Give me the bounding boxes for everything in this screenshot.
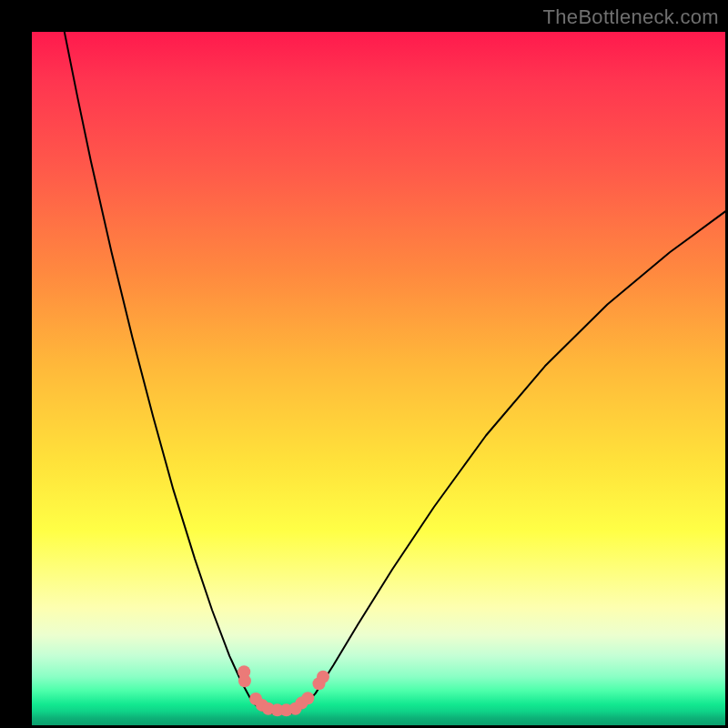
attribution-watermark: TheBottleneck.com bbox=[543, 5, 719, 29]
marker-dot bbox=[238, 674, 251, 687]
marker-dot bbox=[301, 692, 314, 704]
curve-right-branch bbox=[296, 211, 725, 713]
plot-area bbox=[32, 32, 725, 725]
marker-dot bbox=[317, 671, 329, 683]
marker-group bbox=[238, 665, 329, 716]
bottleneck-curve bbox=[65, 32, 725, 713]
curve-left-branch bbox=[65, 32, 268, 713]
outer-frame: TheBottleneck.com bbox=[0, 0, 728, 728]
chart-svg bbox=[32, 32, 725, 725]
